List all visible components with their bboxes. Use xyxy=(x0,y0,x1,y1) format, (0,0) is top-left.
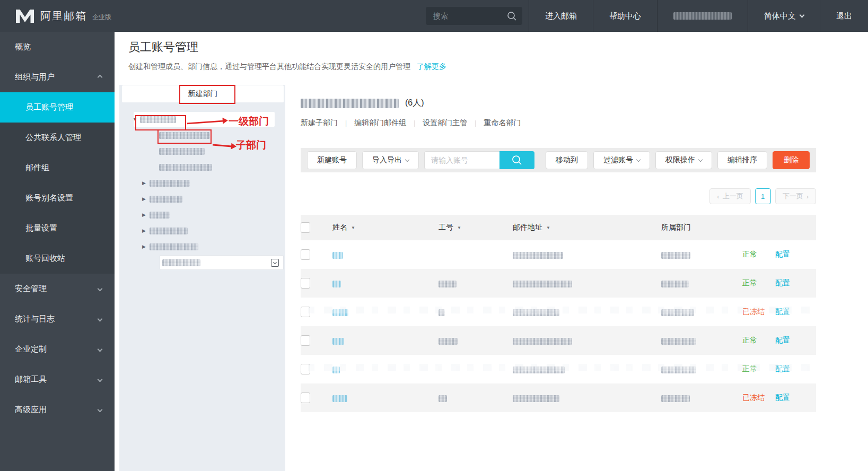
dept-action-link[interactable]: 新建子部门 xyxy=(301,118,338,128)
blurred-dept-name xyxy=(301,99,399,108)
edit-sort-button[interactable]: 编辑排序 xyxy=(717,151,767,169)
configure-link[interactable]: 配置 xyxy=(775,307,790,316)
sidebar-item-统计与日志[interactable]: 统计与日志 xyxy=(0,304,115,334)
col-header-jobno[interactable]: 工号▼ xyxy=(439,215,513,240)
status-badge: 正常 xyxy=(742,250,757,258)
sidebar-item-邮箱工具[interactable]: 邮箱工具 xyxy=(0,364,115,395)
alimail-admin-app: 阿里邮箱 企业版 进入邮箱帮助中心简体中文退出 概览组织与用户员工账号管理公共联… xyxy=(0,0,868,471)
action-separator: | xyxy=(345,119,347,127)
new-account-button[interactable]: 新建账号 xyxy=(307,151,357,169)
status-badge: 正常 xyxy=(742,364,757,373)
select-all-checkbox[interactable] xyxy=(301,222,310,233)
sidebar-item-批量设置[interactable]: 批量设置 xyxy=(0,213,115,243)
employee-table: 姓名▼ 工号▼ 邮件地址▼ 所属部门 xyxy=(301,215,816,412)
topbar-account[interactable] xyxy=(657,0,748,32)
configure-link[interactable]: 配置 xyxy=(775,336,790,344)
account-toolbar: 新建账号 导入导出 xyxy=(301,148,816,172)
dept-tree-node[interactable] xyxy=(119,255,285,271)
configure-link[interactable]: 配置 xyxy=(775,278,790,287)
action-separator: | xyxy=(475,119,476,127)
row-checkbox[interactable] xyxy=(301,307,310,317)
row-checkbox[interactable] xyxy=(301,249,310,260)
chevron-down-icon xyxy=(698,157,703,161)
topbar-menu-label: 帮助中心 xyxy=(609,11,641,21)
dept-action-link[interactable]: 设置部门主管 xyxy=(423,118,467,128)
dept-tree-node[interactable]: ▶ xyxy=(119,239,285,255)
next-page-button[interactable]: 下一页 › xyxy=(775,188,816,204)
row-checkbox[interactable] xyxy=(301,335,310,346)
tree-caret-right-icon[interactable]: ▶ xyxy=(142,212,150,217)
tree-caret-down-icon[interactable]: ▼ xyxy=(133,117,140,122)
sidebar-item-公共联系人管理[interactable]: 公共联系人管理 xyxy=(0,123,115,153)
dept-tree-node[interactable] xyxy=(119,159,285,175)
sidebar-item-组织与用户[interactable]: 组织与用户 xyxy=(0,62,115,92)
blurred-dept-name xyxy=(159,164,212,171)
dept-tree: ▼▶▶▶▶▶ xyxy=(119,111,285,271)
sidebar-item-邮件组[interactable]: 邮件组 xyxy=(0,153,115,183)
tree-caret-right-icon[interactable]: ▶ xyxy=(142,180,150,186)
learn-more-link[interactable]: 了解更多 xyxy=(417,62,446,71)
new-department-button[interactable]: 新建部门 xyxy=(185,89,221,99)
col-header-email[interactable]: 邮件地址▼ xyxy=(513,215,661,240)
dept-tree-node[interactable]: ▶ xyxy=(119,207,285,223)
sidebar-item-高级应用[interactable]: 高级应用 xyxy=(0,395,115,425)
dept-tree-node[interactable]: ▶ xyxy=(119,223,285,239)
configure-link[interactable]: 配置 xyxy=(775,250,790,258)
topbar-search[interactable] xyxy=(426,7,522,25)
blurred-department xyxy=(661,281,689,287)
chevron-down-icon xyxy=(98,286,103,292)
configure-link[interactable]: 配置 xyxy=(775,364,790,373)
tree-caret-right-icon[interactable]: ▶ xyxy=(142,244,150,249)
topbar-search-input[interactable] xyxy=(432,11,506,21)
topbar-menu-item[interactable]: 帮助中心 xyxy=(593,0,657,32)
sidebar-item-label: 统计与日志 xyxy=(15,314,55,324)
dept-tree-node[interactable] xyxy=(119,127,285,143)
current-page-button[interactable]: 1 xyxy=(755,188,771,204)
dept-action-link[interactable]: 重命名部门 xyxy=(484,118,521,128)
sidebar-item-账号别名设置[interactable]: 账号别名设置 xyxy=(0,183,115,213)
blurred-email-address xyxy=(513,367,565,373)
page-head: 员工账号管理 创建和管理成员、部门信息，通过与管理平台其他功能结合实现更灵活安全… xyxy=(115,32,868,72)
sidebar-item-安全管理[interactable]: 安全管理 xyxy=(0,274,115,304)
move-to-button[interactable]: 移动到 xyxy=(546,151,588,169)
dept-tree-node[interactable]: ▶ xyxy=(119,175,285,191)
sidebar-item-label: 批量设置 xyxy=(25,223,57,233)
row-checkbox[interactable] xyxy=(301,392,310,403)
topbar-menu-item[interactable]: 进入邮箱 xyxy=(529,0,593,32)
topbar-menu-item[interactable]: 退出 xyxy=(820,0,868,32)
sidebar-item-员工账号管理[interactable]: 员工账号管理 xyxy=(0,92,115,123)
tree-caret-right-icon[interactable]: ▶ xyxy=(142,196,150,202)
blurred-department xyxy=(661,367,696,373)
permission-ops-button[interactable]: 权限操作 xyxy=(655,151,712,169)
sidebar-item-企业定制[interactable]: 企业定制 xyxy=(0,334,115,364)
col-header-name[interactable]: 姓名▼ xyxy=(332,215,439,240)
account-search-input[interactable] xyxy=(424,151,499,169)
chevron-down-icon xyxy=(98,377,103,382)
topbar-menu-label: 进入邮箱 xyxy=(545,11,577,21)
blurred-email-address xyxy=(513,281,572,287)
status-badge: 已冻结 xyxy=(742,393,765,402)
topbar-menu-item[interactable]: 简体中文 xyxy=(748,0,820,32)
import-export-button[interactable]: 导入导出 xyxy=(362,151,419,169)
tree-caret-right-icon[interactable]: ▶ xyxy=(142,228,150,233)
delete-button[interactable]: 删除 xyxy=(773,151,810,169)
dept-action-link[interactable]: 编辑部门邮件组 xyxy=(354,118,406,128)
topbar-menu-label: 简体中文 xyxy=(764,11,796,21)
configure-link[interactable]: 配置 xyxy=(775,393,790,402)
dept-tree-node[interactable] xyxy=(119,143,285,159)
tree-node-selected-bar[interactable] xyxy=(160,255,284,270)
dept-tree-node[interactable]: ▶ xyxy=(119,191,285,207)
node-dropdown-icon[interactable] xyxy=(271,259,279,267)
dept-tree-node[interactable]: ▼ xyxy=(119,111,285,127)
row-checkbox[interactable] xyxy=(301,364,310,374)
sidebar-item-账号回收站[interactable]: 账号回收站 xyxy=(0,243,115,274)
employee-table-body: 正常配置正常配置已冻结配置正常配置正常配置已冻结配置 xyxy=(301,240,816,412)
sidebar-item-label: 安全管理 xyxy=(15,284,47,294)
prev-page-button[interactable]: ‹ 上一页 xyxy=(709,188,750,204)
row-checkbox[interactable] xyxy=(301,278,310,289)
brand: 阿里邮箱 企业版 xyxy=(0,0,122,32)
search-icon[interactable] xyxy=(506,11,517,21)
filter-account-button[interactable]: 过滤账号 xyxy=(593,151,650,169)
sidebar-item-概览[interactable]: 概览 xyxy=(0,32,115,62)
account-search-button[interactable] xyxy=(499,151,534,169)
